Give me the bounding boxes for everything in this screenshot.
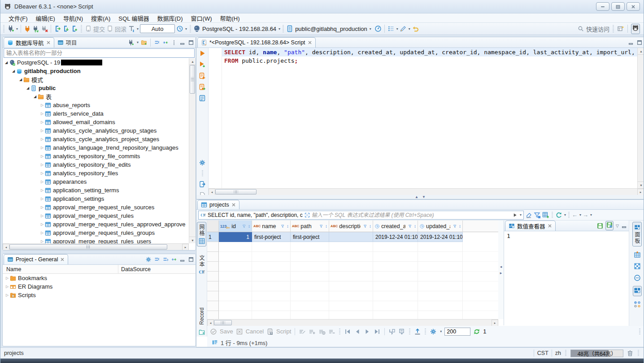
transaction-filter-icon[interactable] xyxy=(128,25,135,32)
custom-filter-icon[interactable] xyxy=(534,212,541,219)
tab-results-projects[interactable]: projects xyxy=(197,200,239,209)
rollback-label[interactable]: 回滚 xyxy=(115,25,126,33)
editor-vertical-scrollbar[interactable]: ▲ ▼ xyxy=(637,48,644,188)
grid-cell[interactable] xyxy=(291,242,329,252)
grid-cell[interactable] xyxy=(418,262,463,272)
grid-cell[interactable] xyxy=(418,272,463,281)
new-sql-script-icon[interactable] xyxy=(71,25,78,32)
link-with-editor-icon[interactable] xyxy=(171,256,177,263)
grid-cell[interactable] xyxy=(252,281,291,291)
expand-arrow-icon[interactable]: ▷ xyxy=(39,112,45,116)
nav-back-icon[interactable]: ← xyxy=(572,212,578,218)
grid-cell[interactable] xyxy=(329,242,373,252)
cancel-icon[interactable] xyxy=(236,328,243,335)
expand-arrow-icon[interactable]: ▷ xyxy=(39,120,45,124)
column-header-name[interactable]: ABCname↕ xyxy=(252,220,291,232)
expand-all-icon[interactable] xyxy=(162,256,169,263)
memory-indicator[interactable]: 48兆（共64兆） xyxy=(570,350,623,357)
panel-maximize-icon[interactable] xyxy=(636,39,643,46)
expand-arrow-icon[interactable]: ▷ xyxy=(39,129,45,133)
grid-cell[interactable] xyxy=(291,252,329,262)
tree-item[interactable]: ▷abuse_reports xyxy=(3,101,189,109)
save-label[interactable]: Save xyxy=(220,328,233,335)
row-header[interactable] xyxy=(207,262,219,272)
grid-cell[interactable] xyxy=(373,301,418,311)
value-panel-button[interactable] xyxy=(633,286,642,296)
undo-icon[interactable] xyxy=(412,25,419,32)
new-sql-editor-icon[interactable] xyxy=(54,25,61,32)
expand-arrow-icon[interactable]: ▷ xyxy=(39,222,45,226)
export-data-icon[interactable] xyxy=(414,328,421,335)
collapse-arrow-icon[interactable]: ◢ xyxy=(25,86,30,90)
connect-icon[interactable] xyxy=(7,25,14,32)
panel-minimize-icon[interactable] xyxy=(621,223,627,229)
cancel-label[interactable]: Cancel xyxy=(246,328,264,335)
tree-item[interactable]: ▷analytics_repository_files xyxy=(3,169,189,177)
close-tab-icon[interactable] xyxy=(308,40,312,45)
grid-cell[interactable]: 1 xyxy=(219,232,252,242)
expand-arrow-icon[interactable]: ▷ xyxy=(39,163,45,167)
expand-arrow-icon[interactable]: ▷ xyxy=(4,276,10,280)
record-mode-icon[interactable] xyxy=(199,329,205,335)
restore-button[interactable] xyxy=(611,2,625,11)
tree-item[interactable]: ◢gitlabhq_production xyxy=(3,67,189,75)
grid-cell[interactable] xyxy=(373,291,418,301)
navigator-horizontal-scrollbar[interactable]: ◂ ▸ xyxy=(3,243,189,250)
tab-value-viewer[interactable]: 数值查看器 xyxy=(505,220,556,231)
column-header-name[interactable]: Name xyxy=(3,265,118,273)
save-value-icon[interactable] xyxy=(597,223,603,229)
edit-row-icon[interactable] xyxy=(299,328,306,335)
tab-sql-script[interactable]: *<PostgreSQL - 192.168.28.64> Script xyxy=(197,37,316,48)
tab-project-general[interactable]: Project - General xyxy=(4,254,68,264)
grid-cell[interactable] xyxy=(219,311,252,319)
search-icon[interactable] xyxy=(578,26,584,32)
transaction-log-icon[interactable] xyxy=(176,25,183,32)
close-button[interactable] xyxy=(627,2,640,11)
nav-connect-icon[interactable] xyxy=(128,39,134,46)
expand-arrow-icon[interactable]: ▷ xyxy=(39,154,45,158)
viewer-menu-icon[interactable]: ▽ xyxy=(616,224,619,228)
grid-cell[interactable] xyxy=(219,272,252,281)
row-header[interactable] xyxy=(207,301,219,311)
close-tab-icon[interactable] xyxy=(548,224,552,228)
close-tab-icon[interactable] xyxy=(46,40,51,45)
tree-item[interactable]: ▷analytics_cycle_analytics_group_stages xyxy=(3,126,189,135)
results-filter-box[interactable]: SELECT id, name, "path", description, c … xyxy=(198,211,524,220)
grid-cell[interactable] xyxy=(291,301,329,311)
menu-item[interactable]: SQL 编辑器 xyxy=(115,13,152,23)
metadata-panel-icon[interactable] xyxy=(634,263,641,270)
menu-item[interactable]: 导航(N) xyxy=(60,13,87,23)
filter-expression-input[interactable] xyxy=(312,212,510,218)
grid-cell[interactable] xyxy=(329,252,373,262)
table-filter-input[interactable] xyxy=(4,48,195,58)
grid-cell[interactable] xyxy=(219,281,252,291)
grid-cell[interactable]: first-porject xyxy=(291,232,329,242)
grid-cell[interactable] xyxy=(219,252,252,262)
tab-projects[interactable]: 项目 xyxy=(54,37,80,48)
grid-cell[interactable] xyxy=(291,262,329,272)
grid-cell[interactable] xyxy=(252,311,291,319)
duplicate-row-icon[interactable] xyxy=(318,328,326,335)
grid-cell[interactable] xyxy=(252,242,291,252)
grid-cell[interactable] xyxy=(219,262,252,272)
transaction-mode-button[interactable]: Auto xyxy=(140,24,175,33)
navigator-vertical-scrollbar[interactable]: ▲ ▼ xyxy=(189,58,196,243)
tree-item[interactable]: ▷analytics_cycle_analytics_project_stage… xyxy=(3,135,189,143)
sort-icon[interactable]: ↕ xyxy=(414,224,416,229)
sort-icon[interactable]: ↕ xyxy=(369,224,371,229)
grid-cell[interactable] xyxy=(329,262,373,272)
editor-horizontal-scrollbar[interactable]: ◂ ▸ xyxy=(209,188,644,195)
minimize-button[interactable] xyxy=(596,2,609,11)
filter-history-dropdown[interactable]: ▾ xyxy=(520,213,522,217)
disconnect-all-icon[interactable] xyxy=(41,25,48,32)
tree-item[interactable]: ▷approval_merge_request_rules_approved_a… xyxy=(3,220,189,229)
panel-maximize-icon[interactable] xyxy=(188,256,194,263)
grid-cell[interactable] xyxy=(219,242,252,252)
menu-item[interactable]: 编辑(E) xyxy=(32,13,59,23)
explain-plan-icon[interactable] xyxy=(199,95,206,102)
collapse-arrow-icon[interactable]: ◢ xyxy=(4,60,9,65)
tree-item[interactable]: ▷application_settings xyxy=(3,194,189,203)
grid-cell[interactable] xyxy=(373,272,418,281)
grid-cell[interactable] xyxy=(373,252,418,262)
sort-icon[interactable]: ↕ xyxy=(287,224,289,229)
